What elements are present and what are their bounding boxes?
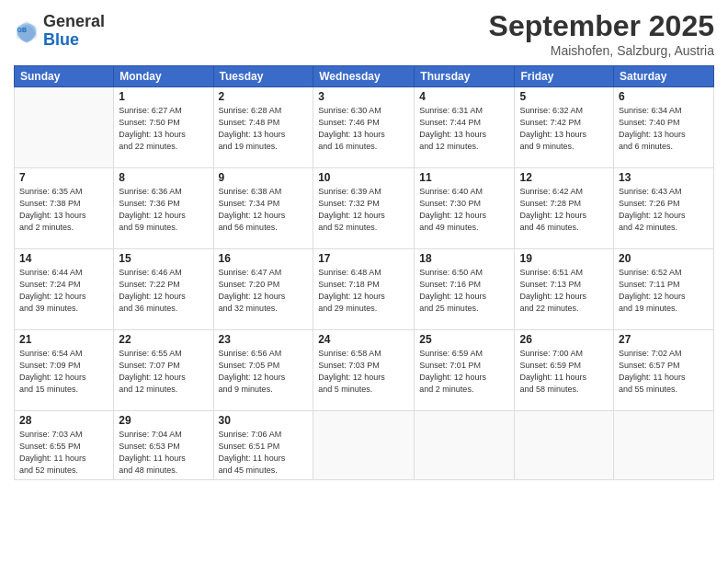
day-info: Sunrise: 6:30 AMSunset: 7:46 PMDaylight:… [318,105,409,153]
month-title: September 2025 [489,9,714,43]
day-info: Sunrise: 6:52 AMSunset: 7:11 PMDaylight:… [619,267,709,315]
logo-blue-text: Blue [43,31,105,50]
calendar-cell [515,411,614,480]
day-number: 16 [219,252,309,265]
day-info: Sunrise: 7:00 AMSunset: 6:59 PMDaylight:… [519,348,609,396]
calendar-cell: 21Sunrise: 6:54 AMSunset: 7:09 PMDayligh… [15,330,114,411]
day-number: 7 [19,171,108,184]
calendar-cell: 22Sunrise: 6:55 AMSunset: 7:07 PMDayligh… [114,330,213,411]
day-number: 8 [119,171,208,184]
day-info: Sunrise: 6:38 AMSunset: 7:34 PMDaylight:… [219,186,309,234]
day-number: 5 [519,90,609,103]
day-number: 24 [318,333,409,346]
calendar-cell: 9Sunrise: 6:38 AMSunset: 7:34 PMDaylight… [213,168,313,249]
day-info: Sunrise: 6:56 AMSunset: 7:05 PMDaylight:… [219,348,309,396]
day-number: 30 [219,414,309,427]
calendar-cell: 17Sunrise: 6:48 AMSunset: 7:18 PMDayligh… [313,249,415,330]
day-info: Sunrise: 6:58 AMSunset: 7:03 PMDaylight:… [318,348,409,396]
calendar-cell: 20Sunrise: 6:52 AMSunset: 7:11 PMDayligh… [614,249,714,330]
day-info: Sunrise: 6:36 AMSunset: 7:36 PMDaylight:… [119,186,208,234]
calendar-week-row: 28Sunrise: 7:03 AMSunset: 6:55 PMDayligh… [15,411,714,480]
calendar-header-tuesday: Tuesday [213,66,313,87]
day-info: Sunrise: 6:43 AMSunset: 7:26 PMDaylight:… [619,186,709,234]
calendar-cell: 27Sunrise: 7:02 AMSunset: 6:57 PMDayligh… [614,330,714,411]
calendar-week-row: 1Sunrise: 6:27 AMSunset: 7:50 PMDaylight… [15,87,714,168]
day-info: Sunrise: 6:40 AMSunset: 7:30 PMDaylight:… [419,186,509,234]
day-number: 12 [519,171,609,184]
day-info: Sunrise: 7:03 AMSunset: 6:55 PMDaylight:… [19,429,108,477]
day-info: Sunrise: 6:27 AMSunset: 7:50 PMDaylight:… [119,105,208,153]
calendar-week-row: 21Sunrise: 6:54 AMSunset: 7:09 PMDayligh… [15,330,714,411]
calendar-cell: 24Sunrise: 6:58 AMSunset: 7:03 PMDayligh… [313,330,415,411]
calendar-cell: 15Sunrise: 6:46 AMSunset: 7:22 PMDayligh… [114,249,213,330]
calendar-cell: 25Sunrise: 6:59 AMSunset: 7:01 PMDayligh… [415,330,515,411]
day-info: Sunrise: 6:39 AMSunset: 7:32 PMDaylight:… [318,186,409,234]
day-number: 29 [119,414,208,427]
day-number: 11 [419,171,509,184]
calendar-cell: 10Sunrise: 6:39 AMSunset: 7:32 PMDayligh… [313,168,415,249]
day-number: 10 [318,171,409,184]
calendar-cell: 18Sunrise: 6:50 AMSunset: 7:16 PMDayligh… [415,249,515,330]
day-info: Sunrise: 6:35 AMSunset: 7:38 PMDaylight:… [19,186,108,234]
day-info: Sunrise: 7:02 AMSunset: 6:57 PMDaylight:… [619,348,709,396]
day-number: 15 [119,252,208,265]
calendar-cell: 2Sunrise: 6:28 AMSunset: 7:48 PMDaylight… [213,87,313,168]
calendar-header-thursday: Thursday [415,66,515,87]
calendar-cell: 8Sunrise: 6:36 AMSunset: 7:36 PMDaylight… [114,168,213,249]
day-info: Sunrise: 6:51 AMSunset: 7:13 PMDaylight:… [519,267,609,315]
logo-icon: GB [14,18,40,44]
calendar-cell: 3Sunrise: 6:30 AMSunset: 7:46 PMDaylight… [313,87,415,168]
calendar-cell: 11Sunrise: 6:40 AMSunset: 7:30 PMDayligh… [415,168,515,249]
calendar-cell: 29Sunrise: 7:04 AMSunset: 6:53 PMDayligh… [114,411,213,480]
day-info: Sunrise: 6:50 AMSunset: 7:16 PMDaylight:… [419,267,509,315]
day-number: 20 [619,252,709,265]
day-number: 9 [219,171,309,184]
page: GB General Blue September 2025 Maishofen… [0,0,728,563]
day-number: 26 [519,333,609,346]
calendar-cell [415,411,515,480]
day-number: 1 [119,90,208,103]
logo-text: General Blue [43,13,105,50]
day-info: Sunrise: 6:44 AMSunset: 7:24 PMDaylight:… [19,267,108,315]
day-number: 2 [219,90,309,103]
day-info: Sunrise: 6:55 AMSunset: 7:07 PMDaylight:… [119,348,208,396]
day-info: Sunrise: 6:42 AMSunset: 7:28 PMDaylight:… [519,186,609,234]
day-info: Sunrise: 6:34 AMSunset: 7:40 PMDaylight:… [619,105,709,153]
calendar-cell: 5Sunrise: 6:32 AMSunset: 7:42 PMDaylight… [515,87,614,168]
day-number: 3 [318,90,409,103]
header: GB General Blue September 2025 Maishofen… [14,9,714,58]
day-number: 25 [419,333,509,346]
day-number: 18 [419,252,509,265]
location: Maishofen, Salzburg, Austria [489,43,714,58]
day-info: Sunrise: 6:32 AMSunset: 7:42 PMDaylight:… [519,105,609,153]
day-info: Sunrise: 6:46 AMSunset: 7:22 PMDaylight:… [119,267,208,315]
calendar-week-row: 14Sunrise: 6:44 AMSunset: 7:24 PMDayligh… [15,249,714,330]
calendar-cell: 23Sunrise: 6:56 AMSunset: 7:05 PMDayligh… [213,330,313,411]
calendar-header-monday: Monday [114,66,213,87]
day-info: Sunrise: 7:04 AMSunset: 6:53 PMDaylight:… [119,429,208,477]
day-number: 23 [219,333,309,346]
title-block: September 2025 Maishofen, Salzburg, Aust… [489,9,714,58]
calendar-week-row: 7Sunrise: 6:35 AMSunset: 7:38 PMDaylight… [15,168,714,249]
logo: GB General Blue [14,13,105,50]
calendar-cell: 7Sunrise: 6:35 AMSunset: 7:38 PMDaylight… [15,168,114,249]
day-info: Sunrise: 6:54 AMSunset: 7:09 PMDaylight:… [19,348,108,396]
calendar-cell: 28Sunrise: 7:03 AMSunset: 6:55 PMDayligh… [15,411,114,480]
svg-text:GB: GB [17,27,28,33]
day-info: Sunrise: 6:48 AMSunset: 7:18 PMDaylight:… [318,267,409,315]
day-number: 14 [19,252,108,265]
day-number: 21 [19,333,108,346]
day-info: Sunrise: 6:47 AMSunset: 7:20 PMDaylight:… [219,267,309,315]
day-info: Sunrise: 6:59 AMSunset: 7:01 PMDaylight:… [419,348,509,396]
day-info: Sunrise: 7:06 AMSunset: 6:51 PMDaylight:… [219,429,309,477]
calendar-cell [614,411,714,480]
calendar-header-saturday: Saturday [614,66,714,87]
day-info: Sunrise: 6:28 AMSunset: 7:48 PMDaylight:… [219,105,309,153]
calendar-cell: 6Sunrise: 6:34 AMSunset: 7:40 PMDaylight… [614,87,714,168]
calendar-cell: 14Sunrise: 6:44 AMSunset: 7:24 PMDayligh… [15,249,114,330]
logo-general-text: General [43,13,105,31]
calendar-cell: 19Sunrise: 6:51 AMSunset: 7:13 PMDayligh… [515,249,614,330]
day-number: 13 [619,171,709,184]
day-number: 4 [419,90,509,103]
calendar-cell: 16Sunrise: 6:47 AMSunset: 7:20 PMDayligh… [213,249,313,330]
